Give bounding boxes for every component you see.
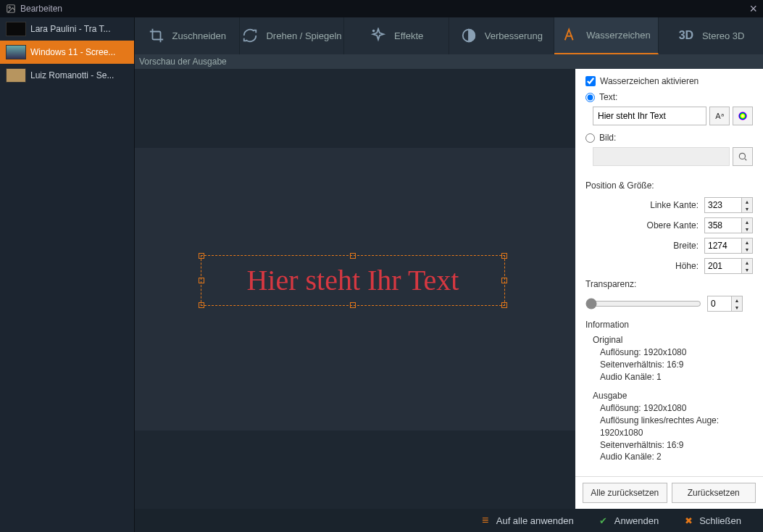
svg-point-1 [9, 7, 10, 8]
apply-all-button[interactable]: ≡ Auf alle anwenden [480, 515, 574, 526]
resize-handle[interactable] [199, 302, 204, 308]
resize-handle[interactable] [501, 302, 507, 308]
spin-up-icon[interactable]: ▲ [732, 296, 742, 304]
file-label: Windows 11 - Scree... [30, 47, 115, 57]
info-audio: Audio Kanäle: 2 [600, 451, 753, 463]
resize-handle[interactable] [501, 253, 507, 259]
resize-handle[interactable] [350, 302, 356, 308]
tool-stereo3d[interactable]: 3D Stereo 3D [659, 17, 763, 54]
reset-button[interactable]: Zurücksetzen [672, 483, 756, 503]
contrast-icon [460, 27, 478, 44]
browse-image-button[interactable] [733, 147, 753, 166]
spin-down-icon[interactable]: ▼ [742, 246, 752, 253]
spin-up-icon[interactable]: ▲ [742, 238, 752, 246]
watermark-icon [562, 26, 579, 43]
apply-button[interactable]: ✔ Anwenden [599, 515, 659, 526]
close-button[interactable]: ✖ Schließen [683, 515, 741, 526]
left-edge-input[interactable] [704, 197, 742, 213]
file-thumbnail [6, 22, 26, 36]
info-aspect: Seitenverhältnis: 16:9 [600, 359, 753, 371]
crop-icon [148, 27, 165, 44]
resize-handle[interactable] [199, 278, 204, 283]
spin-down-icon[interactable]: ▼ [742, 266, 752, 273]
title-bar: Bearbeiten × [0, 0, 763, 17]
watermark-text-preview: Hier steht Ihr Text [201, 256, 504, 305]
file-thumbnail [6, 68, 26, 83]
watermark-text-radio[interactable]: Text: [585, 92, 753, 102]
watermark-text-input[interactable] [593, 107, 706, 125]
tool-enhance[interactable]: Verbesserung [449, 17, 554, 54]
left-edge-label: Linke Kante: [585, 200, 704, 210]
font-button[interactable]: Aᵃ [709, 107, 730, 125]
check-icon: ✔ [599, 515, 609, 525]
resize-handle[interactable] [350, 253, 356, 259]
svg-point-2 [373, 30, 375, 32]
width-input[interactable] [704, 238, 742, 254]
spin-up-icon[interactable]: ▲ [742, 218, 752, 225]
file-thumbnail [6, 45, 26, 59]
file-list-item-selected[interactable]: Windows 11 - Scree... [0, 41, 134, 64]
position-section-label: Position & Größe: [575, 178, 763, 195]
file-label: Lara Paulini - Tra T... [30, 24, 111, 34]
properties-panel: Wasserzeichen aktivieren Text: Aᵃ [575, 69, 763, 509]
activate-watermark-checkbox[interactable]: Wasserzeichen aktivieren [585, 76, 753, 86]
spin-down-icon[interactable]: ▼ [742, 225, 752, 233]
close-window-icon[interactable]: × [749, 1, 757, 17]
preview-canvas[interactable]: Hier steht Ihr Text [135, 148, 575, 431]
file-list-sidebar: Lara Paulini - Tra T... Windows 11 - Scr… [0, 17, 135, 532]
tool-effects[interactable]: Effekte [344, 17, 449, 54]
info-audio: Audio Kanäle: 1 [600, 371, 753, 383]
transparency-label: Transparenz: [575, 276, 763, 294]
info-section-title: Information [585, 320, 753, 330]
info-original-title: Original [593, 334, 753, 346]
info-eye-resolution: Auflösung linkes/rechtes Auge: 1920x1080 [600, 415, 753, 439]
svg-point-5 [739, 154, 745, 159]
transparency-input[interactable] [707, 296, 732, 312]
stereo3d-icon: 3D [677, 27, 695, 44]
info-resolution: Auflösung: 1920x1080 [600, 402, 753, 415]
window-title: Bearbeiten [20, 4, 62, 14]
svg-point-4 [738, 112, 747, 120]
file-label: Luiz Romanotti - Se... [30, 70, 114, 80]
dialog-footer: ≡ Auf alle anwenden ✔ Anwenden ✖ Schließ… [135, 509, 763, 532]
tool-crop[interactable]: Zuschneiden [135, 17, 240, 54]
spin-up-icon[interactable]: ▲ [742, 259, 752, 266]
color-button[interactable] [733, 107, 753, 125]
reset-all-button[interactable]: Alle zurücksetzen [583, 483, 667, 503]
resize-handle[interactable] [501, 278, 507, 283]
top-edge-label: Obere Kante: [585, 220, 704, 230]
height-input[interactable] [704, 258, 742, 274]
apply-all-icon: ≡ [480, 515, 491, 525]
spin-down-icon[interactable]: ▼ [742, 205, 752, 212]
spin-up-icon[interactable]: ▲ [742, 198, 752, 205]
spin-down-icon[interactable]: ▼ [732, 304, 742, 311]
file-list-item[interactable]: Luiz Romanotti - Se... [0, 64, 134, 87]
width-label: Breite: [585, 241, 704, 251]
file-list-item[interactable]: Lara Paulini - Tra T... [0, 17, 134, 41]
sparkle-icon [370, 27, 387, 44]
transparency-slider[interactable] [585, 298, 701, 309]
info-resolution: Auflösung: 1920x1080 [600, 346, 753, 359]
image-path-field [593, 147, 730, 166]
rotate-icon [241, 27, 259, 44]
top-edge-input[interactable] [704, 217, 742, 233]
preview-area: Hier steht Ihr Text [135, 69, 575, 509]
close-icon: ✖ [683, 515, 693, 525]
watermark-selection-box[interactable]: Hier steht Ihr Text [201, 255, 505, 306]
watermark-image-radio[interactable]: Bild: [585, 133, 753, 143]
resize-handle[interactable] [199, 253, 204, 259]
preview-subheader: Vorschau der Ausgabe [135, 54, 763, 70]
height-label: Höhe: [585, 261, 704, 271]
tool-rotate[interactable]: Drehen / Spiegeln [240, 17, 345, 54]
tool-watermark[interactable]: Wasserzeichen [554, 17, 659, 54]
toolbar: Zuschneiden Drehen / Spiegeln Effekte Ve… [135, 17, 763, 54]
info-output-title: Ausgabe [593, 390, 753, 402]
info-aspect: Seitenverhältnis: 16:9 [600, 439, 753, 452]
